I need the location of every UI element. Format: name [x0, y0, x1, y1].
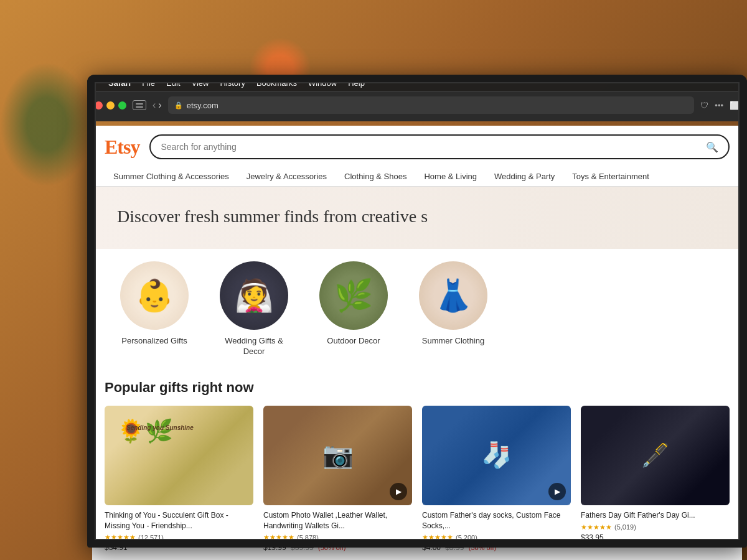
product-title-succulent: Thinking of You - Succulent Gift Box - M…: [105, 510, 253, 531]
price-current: $4.00: [422, 543, 441, 552]
menu-bookmarks[interactable]: Bookmarks: [256, 78, 297, 88]
play-video-button[interactable]: ▶: [548, 483, 566, 500]
category-wedding-gifts-image: [220, 261, 288, 330]
browser-toolbar-right: 🛡 ••• ⬜: [700, 101, 740, 110]
menu-window[interactable]: Window: [308, 78, 337, 88]
search-icon: 🔍: [706, 141, 718, 153]
product-price-fathers-day: $33.95: [581, 533, 730, 542]
close-button[interactable]: [95, 101, 103, 110]
product-price-socks: $4.00 $5.99 (30% off): [422, 543, 571, 552]
back-arrow-button[interactable]: ‹: [153, 100, 156, 110]
product-rating-fathers-day: ★★★★★ (5,019): [581, 523, 730, 531]
category-personalized-gifts[interactable]: Personalized Gifts: [117, 261, 192, 357]
nav-toys-entertainment[interactable]: Toys & Entertainment: [563, 167, 658, 186]
category-personalized-gifts-image: [120, 261, 189, 330]
etsy-header-top: Etsy 🔍: [105, 134, 730, 159]
category-outdoor-decor[interactable]: Outdoor Decor: [316, 261, 391, 357]
new-tab-icon[interactable]: ⬜: [730, 101, 740, 110]
etsy-logo[interactable]: Etsy: [105, 136, 139, 159]
category-summer-clothing-label: Summer Clothing: [422, 336, 484, 347]
address-bar-container: 🔒 etsy.com: [168, 96, 695, 114]
product-price-wallet: $19.99 $39.99 (50% off): [263, 543, 412, 552]
popular-gifts-section: Popular gifts right now Thinking of You …: [92, 370, 742, 560]
price-current: $33.95: [581, 533, 604, 542]
play-video-button[interactable]: ▶: [390, 483, 407, 500]
review-count: (5,019): [614, 523, 636, 531]
product-rating-socks: ★★★★★ (5,200): [422, 533, 571, 541]
product-title-wallet: Custom Photo Wallet ,Leather Wallet, Han…: [263, 510, 412, 531]
products-row: Thinking of You - Succulent Gift Box - M…: [105, 406, 730, 553]
etsy-nav: Summer Clothing & Accessories Jewelry & …: [105, 167, 730, 186]
sidebar-toggle-button[interactable]: [133, 100, 146, 110]
review-count: (5,878): [297, 534, 319, 541]
price-current: $34.91: [105, 543, 128, 552]
stars-icon: ★★★★★: [263, 533, 294, 541]
menu-view[interactable]: View: [192, 78, 209, 88]
menu-file[interactable]: File: [142, 78, 155, 88]
product-image-fathers-day: [581, 406, 730, 505]
product-image-socks: ▶: [422, 406, 571, 505]
nav-home-living[interactable]: Home & Living: [415, 167, 486, 186]
review-count: (5,200): [456, 534, 477, 541]
product-card-fathers-day[interactable]: Fathers Day Gift Father's Day Gi... ★★★★…: [581, 406, 730, 553]
nav-arrows: ‹ ›: [153, 100, 162, 110]
product-title-fathers-day: Fathers Day Gift Father's Day Gi...: [581, 510, 730, 521]
stars-icon: ★★★★★: [422, 533, 453, 541]
product-card-wallet[interactable]: ▶ Custom Photo Wallet ,Leather Wallet, H…: [263, 406, 412, 553]
product-card-socks[interactable]: ▶ Custom Father's day socks, Custom Face…: [422, 406, 571, 553]
plant-decoration: [0, 62, 93, 187]
product-title-socks: Custom Father's day socks, Custom Face S…: [422, 510, 571, 531]
price-original: $39.99: [291, 543, 314, 552]
category-wedding-gifts[interactable]: Wedding Gifts & Decor: [217, 261, 291, 357]
menu-history[interactable]: History: [220, 78, 245, 88]
product-image-succulent: [105, 406, 253, 505]
url-display: etsy.com: [187, 101, 218, 110]
etsy-header: Etsy 🔍 Summer Clothing & Accessories Jew…: [92, 126, 742, 187]
product-image-wallet: ▶: [263, 406, 412, 505]
price-discount: (50% off): [318, 544, 345, 551]
category-summer-clothing[interactable]: Summer Clothing: [416, 261, 491, 357]
etsy-search-bar[interactable]: 🔍: [149, 134, 730, 159]
hero-title: Discover fresh summer finds from creativ…: [117, 207, 717, 226]
review-count: (12,571): [138, 534, 164, 541]
search-input[interactable]: [161, 142, 701, 152]
category-outdoor-decor-image: [319, 261, 388, 330]
product-rating-succulent: ★★★★★ (12,571): [105, 533, 253, 541]
website-content: Etsy 🔍 Summer Clothing & Accessories Jew…: [92, 126, 742, 560]
menu-safari[interactable]: Safari: [108, 78, 131, 88]
more-options-icon[interactable]: •••: [715, 101, 723, 110]
menu-edit[interactable]: Edit: [166, 78, 180, 88]
category-personalized-gifts-label: Personalized Gifts: [121, 336, 187, 347]
traffic-lights: [95, 101, 126, 110]
product-rating-wallet: ★★★★★ (5,878): [263, 533, 412, 541]
category-summer-clothing-image: [419, 261, 487, 330]
browser-controls-row: ‹ › 🔒 etsy.com 🛡 ••• ⬜: [95, 96, 740, 114]
lock-icon: 🔒: [174, 101, 183, 110]
fullscreen-button[interactable]: [118, 101, 126, 110]
product-price-succulent: $34.91: [105, 543, 253, 552]
price-current: $19.99: [263, 543, 286, 552]
stars-icon: ★★★★★: [581, 523, 612, 531]
categories-section: Personalized Gifts Wedding Gifts & Decor…: [92, 249, 742, 370]
nav-jewelry-accessories[interactable]: Jewelry & Accessories: [238, 167, 336, 186]
price-original: $5.99: [445, 543, 464, 552]
browser-chrome: ‹ › 🔒 etsy.com 🛡 ••• ⬜: [87, 91, 747, 121]
nav-summer-clothing-accessories[interactable]: Summer Clothing & Accessories: [105, 167, 238, 186]
price-discount: (30% off): [469, 544, 496, 551]
nav-wedding-party[interactable]: Wedding & Party: [486, 167, 563, 186]
category-outdoor-decor-label: Outdoor Decor: [327, 336, 380, 347]
etsy-hero-banner: Discover fresh summer finds from creativ…: [92, 187, 742, 249]
product-card-succulent[interactable]: Thinking of You - Succulent Gift Box - M…: [105, 406, 253, 553]
forward-arrow-button[interactable]: ›: [158, 100, 161, 110]
stars-icon: ★★★★★: [105, 533, 136, 541]
shield-icon: 🛡: [700, 101, 708, 110]
minimize-button[interactable]: [106, 101, 115, 110]
popular-section-title: Popular gifts right now: [105, 380, 730, 396]
category-wedding-gifts-label: Wedding Gifts & Decor: [217, 336, 291, 357]
address-bar[interactable]: 🔒 etsy.com: [168, 96, 695, 114]
macos-menubar: Safari File Edit View History Bookmarks …: [87, 75, 747, 91]
nav-clothing-shoes[interactable]: Clothing & Shoes: [336, 167, 415, 186]
categories-row: Personalized Gifts Wedding Gifts & Decor…: [117, 261, 717, 357]
menu-help[interactable]: Help: [348, 78, 365, 88]
